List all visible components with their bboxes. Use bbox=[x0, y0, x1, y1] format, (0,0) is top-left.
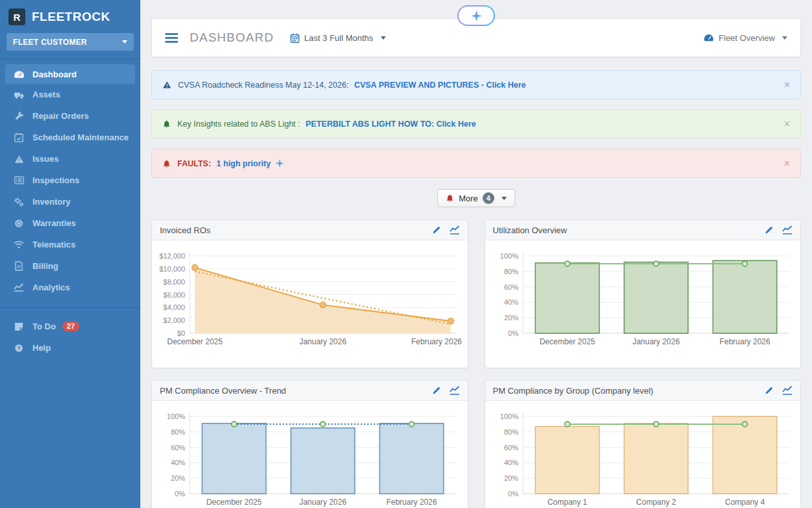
more-row: More 4 bbox=[151, 189, 801, 207]
svg-text:December 2025: December 2025 bbox=[207, 498, 262, 507]
edit-widget-icon[interactable] bbox=[765, 387, 773, 395]
svg-text:60%: 60% bbox=[171, 444, 185, 451]
alert-link[interactable]: CVSA PREVIEW AND PICTURES - Click Here bbox=[354, 81, 526, 90]
svg-text:0%: 0% bbox=[508, 329, 518, 337]
sidebar-item-label: Issues bbox=[32, 154, 58, 164]
certificate-icon bbox=[13, 219, 25, 228]
sidebar-item-telematics[interactable]: Telematics bbox=[0, 234, 140, 255]
caret-down-icon bbox=[501, 197, 507, 200]
svg-text:80%: 80% bbox=[503, 428, 518, 436]
svg-text:December 2025: December 2025 bbox=[539, 337, 595, 346]
svg-text:December 2025: December 2025 bbox=[167, 337, 223, 346]
sidebar-item-label: Billing bbox=[32, 261, 58, 271]
alert-faults: FAULTS: 1 high priority × bbox=[151, 149, 801, 178]
fleet-customer-dropdown[interactable]: FLEET CUSTOMER bbox=[6, 33, 134, 51]
svg-text:?: ? bbox=[17, 345, 20, 351]
sidebar-item-label: Warranties bbox=[32, 218, 76, 228]
card-title: Utilization Overview bbox=[493, 225, 567, 235]
svg-text:20%: 20% bbox=[171, 474, 185, 482]
sidebar-item-label: Analytics bbox=[32, 283, 70, 292]
svg-text:February 2026: February 2026 bbox=[411, 337, 462, 346]
sidebar-item-warranties[interactable]: Warranties bbox=[0, 212, 140, 234]
edit-widget-icon[interactable] bbox=[765, 226, 773, 235]
chart-settings-icon[interactable] bbox=[450, 386, 460, 395]
sparkle-icon bbox=[471, 10, 482, 21]
svg-text:0%: 0% bbox=[175, 490, 185, 498]
sidebar-item-inspections[interactable]: Inspections bbox=[0, 170, 140, 191]
caret-down-icon bbox=[381, 36, 386, 40]
svg-text:80%: 80% bbox=[503, 268, 518, 275]
warning-triangle-icon bbox=[162, 81, 171, 89]
svg-text:$2,000: $2,000 bbox=[163, 316, 185, 324]
chart-settings-icon[interactable] bbox=[782, 225, 793, 235]
sidebar-item-inventory[interactable]: Inventory bbox=[0, 191, 140, 212]
svg-text:Company 1: Company 1 bbox=[547, 498, 587, 507]
card-pm-compliance-by-group: PM Compliance by Group (Company level) 0… bbox=[485, 380, 802, 508]
hamburger-menu-icon[interactable] bbox=[165, 33, 178, 43]
clipboard-list-icon bbox=[13, 176, 25, 184]
card-utilization-overview: Utilization Overview 0%20%40%60%80%100%D… bbox=[485, 220, 802, 368]
view-selector-dropdown[interactable]: Fleet Overview bbox=[704, 33, 787, 43]
alert-link[interactable]: PETERBILT ABS LIGHT HOW TO: Click Here bbox=[306, 120, 476, 129]
invoice-icon bbox=[13, 261, 25, 271]
todo-count-badge: 27 bbox=[62, 322, 79, 331]
svg-text:80%: 80% bbox=[171, 428, 185, 436]
chart-line-icon bbox=[13, 283, 25, 292]
sidebar-item-assets[interactable]: Assets bbox=[0, 84, 140, 105]
alert-text: FAULTS: bbox=[177, 159, 211, 168]
date-range-dropdown[interactable]: Last 3 Full Months bbox=[290, 33, 385, 43]
svg-text:$6,000: $6,000 bbox=[163, 291, 185, 299]
question-circle-icon: ? bbox=[13, 344, 25, 353]
edit-widget-icon[interactable] bbox=[432, 387, 440, 395]
svg-text:Company 4: Company 4 bbox=[724, 498, 765, 507]
sparkle-icon bbox=[275, 159, 284, 168]
warning-triangle-icon bbox=[13, 155, 25, 164]
svg-text:$4,000: $4,000 bbox=[163, 303, 185, 311]
sidebar-item-todo[interactable]: To Do 27 bbox=[0, 316, 140, 337]
close-icon[interactable]: × bbox=[784, 119, 790, 129]
brand-name: FLEETROCK bbox=[32, 10, 110, 24]
sidebar-item-analytics[interactable]: Analytics bbox=[0, 277, 140, 298]
sidebar: R FLEETROCK FLEET CUSTOMER Dashboard Ass… bbox=[0, 0, 140, 508]
svg-text:January 2026: January 2026 bbox=[299, 498, 347, 507]
pm-compliance-by-group-chart: 0%20%40%60%80%100%Company 1Company 2Comp… bbox=[485, 401, 801, 508]
sidebar-item-help[interactable]: ? Help bbox=[0, 337, 140, 359]
sidebar-item-issues[interactable]: Issues bbox=[0, 148, 140, 170]
svg-text:$0: $0 bbox=[177, 329, 185, 337]
bell-icon bbox=[162, 159, 171, 168]
chart-settings-icon[interactable] bbox=[450, 225, 460, 235]
fleet-customer-label: FLEET CUSTOMER bbox=[13, 38, 87, 47]
svg-text:February 2026: February 2026 bbox=[387, 498, 437, 507]
close-icon[interactable]: × bbox=[784, 80, 790, 90]
tasks-icon bbox=[13, 322, 25, 331]
pm-compliance-trend-chart: 0%20%40%60%80%100%December 2025January 2… bbox=[152, 401, 468, 508]
sidebar-item-label: Repair Orders bbox=[32, 111, 89, 121]
card-title: PM Compliance Overview - Trend bbox=[160, 386, 286, 396]
svg-text:40%: 40% bbox=[171, 459, 185, 466]
chart-settings-icon[interactable] bbox=[782, 386, 793, 395]
svg-text:$10,000: $10,000 bbox=[159, 265, 185, 273]
sidebar-divider bbox=[0, 307, 140, 308]
svg-text:100%: 100% bbox=[500, 252, 518, 260]
sidebar-item-label: To Do bbox=[32, 322, 56, 331]
sidebar-item-dashboard[interactable]: Dashboard bbox=[5, 64, 135, 84]
svg-text:$12,000: $12,000 bbox=[159, 252, 185, 260]
ai-assistant-button[interactable] bbox=[457, 5, 495, 26]
view-selector-label: Fleet Overview bbox=[718, 33, 775, 43]
brand: R FLEETROCK bbox=[0, 0, 140, 32]
alert-link[interactable]: 1 high priority bbox=[216, 159, 270, 168]
edit-widget-icon[interactable] bbox=[432, 226, 440, 235]
card-invoiced-ros: Invoiced ROs $0$2,000$4,000$6,000$8,000$… bbox=[151, 220, 468, 368]
svg-text:40%: 40% bbox=[503, 298, 518, 306]
sidebar-item-scheduled-maintenance[interactable]: Scheduled Maintenance bbox=[0, 127, 140, 148]
truck-icon bbox=[13, 90, 25, 99]
sidebar-item-billing[interactable]: Billing bbox=[0, 255, 140, 277]
gauge-icon bbox=[13, 70, 25, 79]
close-icon[interactable]: × bbox=[784, 159, 790, 169]
main-content: DASHBOARD Last 3 Full Months Fleet Overv… bbox=[140, 0, 812, 508]
sidebar-item-repair-orders[interactable]: Repair Orders bbox=[0, 105, 140, 127]
card-title: Invoiced ROs bbox=[160, 225, 210, 235]
svg-text:20%: 20% bbox=[503, 314, 518, 322]
alert-key-insights: Key Insights related to ABS Light : PETE… bbox=[151, 109, 801, 138]
more-alerts-button[interactable]: More 4 bbox=[437, 189, 515, 207]
